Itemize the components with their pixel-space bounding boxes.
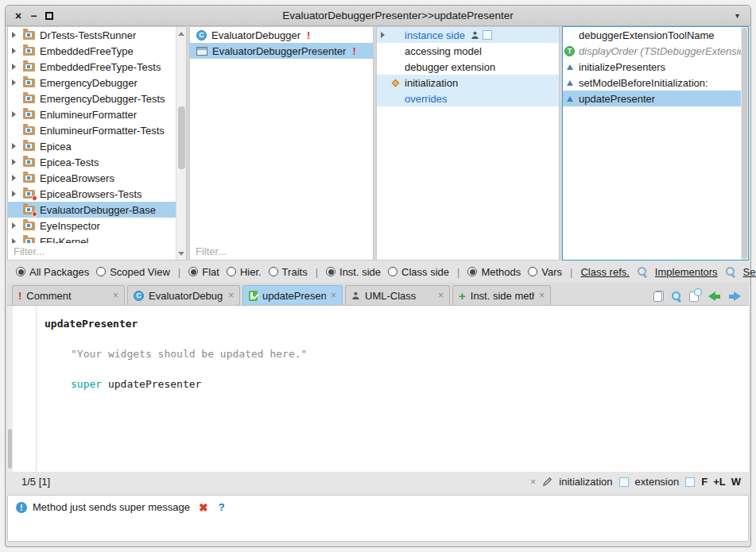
radio-hier[interactable]: Hier. — [227, 266, 262, 278]
code-editor[interactable]: updatePresenter "Your widgets should be … — [7, 305, 749, 472]
tab-method-active[interactable]: updatePresente × — [242, 285, 343, 305]
flag-f[interactable]: F — [701, 476, 708, 488]
package-row-selected[interactable]: EvaluatorDebugger-Base — [8, 202, 186, 218]
dismiss-icon[interactable]: ✖ — [199, 501, 208, 514]
senders-link[interactable]: Senders — [743, 266, 756, 278]
tab-uml-class[interactable]: UML-Class × — [345, 285, 450, 305]
back-arrow-icon[interactable] — [708, 291, 721, 302]
tab-comment[interactable]: ! Comment × — [12, 285, 125, 305]
method-row[interactable]: T displayOrder (TStDebuggerExtension) — [563, 43, 748, 59]
quality-assistant-bar: ! Method just sends super message ✖ ? — [7, 495, 749, 542]
method-row[interactable]: setModelBeforeInitialization: — [563, 75, 748, 91]
package-row[interactable]: EmergencyDebugger — [8, 75, 186, 91]
search-icon[interactable] — [671, 291, 682, 302]
expand-arrow-icon[interactable] — [12, 48, 23, 54]
tab-toolbar — [653, 291, 744, 305]
flag-plus-l[interactable]: +L — [713, 476, 726, 488]
package-row[interactable]: EnlumineurFormatter-Tests — [8, 122, 186, 138]
expand-arrow-icon[interactable] — [12, 111, 23, 118]
protocol-row-instance-side[interactable]: instance side — [377, 27, 559, 43]
clear-icon[interactable]: × — [530, 476, 537, 488]
method-label: updatePresenter — [579, 93, 655, 105]
toolbar-separator: | — [569, 266, 573, 278]
history-icon[interactable] — [689, 291, 699, 302]
expand-arrow-icon[interactable] — [12, 64, 23, 70]
expand-arrow-icon[interactable] — [12, 79, 23, 86]
radio-flat[interactable]: Flat — [188, 266, 219, 278]
package-folder-icon — [23, 142, 35, 151]
package-row[interactable]: Epicea — [8, 138, 186, 154]
tab-class[interactable]: C EvaluatorDebug × — [127, 285, 240, 305]
scroll-up-icon[interactable] — [176, 29, 186, 38]
package-filter-input[interactable] — [8, 243, 176, 260]
minimize-button[interactable]: − — [30, 10, 37, 21]
method-scrollbar[interactable] — [741, 27, 748, 260]
class-row[interactable]: C EvaluatorDebugger ! — [190, 27, 373, 43]
flag-checkbox[interactable] — [685, 477, 695, 487]
close-button[interactable]: × — [15, 10, 21, 21]
expand-arrow-icon[interactable] — [12, 222, 23, 229]
package-row[interactable]: DrTests-TestsRunner — [8, 27, 186, 43]
package-scrollbar[interactable] — [176, 27, 186, 260]
package-row[interactable]: Epicea-Tests — [8, 154, 186, 170]
scroll-down-icon[interactable] — [176, 249, 186, 258]
radio-methods[interactable]: Methods — [467, 266, 521, 278]
package-row[interactable]: EmbeddedFreeType — [8, 43, 186, 59]
method-row[interactable]: debuggerExtensionToolName — [563, 27, 748, 43]
help-link[interactable]: ? — [219, 501, 225, 513]
expand-arrow-icon[interactable] — [12, 143, 23, 149]
package-label: Epicea — [40, 141, 72, 152]
close-icon[interactable]: × — [228, 290, 234, 301]
copy-icon[interactable] — [653, 291, 664, 302]
method-list-pane: debuggerExtensionToolName T displayOrder… — [562, 26, 749, 261]
package-row[interactable]: EyeInspector — [8, 218, 186, 234]
close-icon[interactable]: × — [438, 290, 444, 301]
class-row-selected[interactable]: EvaluatorDebuggerPresenter ! — [190, 43, 373, 59]
package-row[interactable]: EmergencyDebugger-Tests — [8, 91, 186, 106]
browser-window: × − EvaluatorDebuggerPresenter>>updatePr… — [5, 5, 751, 547]
editor-scrollbar[interactable] — [7, 306, 13, 472]
radio-vars[interactable]: Vars — [528, 266, 562, 278]
forward-arrow-icon[interactable] — [728, 291, 741, 302]
radio-icon — [528, 267, 537, 276]
package-folder-icon — [23, 79, 35, 87]
implementors-link[interactable]: Implementors — [655, 266, 718, 278]
package-row[interactable]: EnlumineurFormatter — [8, 106, 186, 122]
class-filter-input[interactable] — [190, 243, 373, 260]
protocol-row[interactable]: accessing model — [377, 43, 559, 59]
package-row[interactable]: EpiceaBrowsers — [8, 170, 186, 186]
method-row-selected[interactable]: updatePresenter — [563, 91, 748, 106]
radio-all-packages[interactable]: All Packages — [16, 266, 89, 278]
package-label: EpiceaBrowsers — [40, 172, 114, 184]
expand-arrow-icon[interactable] — [12, 159, 23, 165]
method-row[interactable]: initializePresenters — [563, 59, 748, 75]
package-row[interactable]: EmbeddedFreeType-Tests — [8, 59, 186, 75]
protocol-checkbox[interactable] — [483, 30, 492, 40]
radio-traits[interactable]: Traits — [269, 266, 308, 278]
expand-arrow-icon[interactable] — [12, 32, 23, 38]
package-row[interactable]: EpiceaBrowsers-Tests — [8, 186, 186, 202]
protocol-label: debugger extension — [405, 61, 495, 73]
protocol-row-selected[interactable]: initialization — [377, 75, 559, 91]
radio-icon — [326, 267, 335, 276]
expand-arrow-icon[interactable] — [12, 175, 23, 181]
close-icon[interactable]: × — [539, 290, 545, 301]
close-icon[interactable]: × — [331, 290, 336, 301]
expand-arrow-icon[interactable] — [12, 191, 23, 197]
flag-w[interactable]: W — [731, 476, 741, 488]
scrollbar-thumb[interactable] — [178, 106, 185, 169]
edit-pencil-icon[interactable] — [542, 477, 552, 487]
protocol-row-overrides[interactable]: overrides — [377, 91, 559, 106]
expand-arrow-icon[interactable] — [381, 32, 392, 38]
radio-class-side[interactable]: Class side — [388, 266, 449, 278]
protocol-row[interactable]: debugger extension — [377, 59, 559, 75]
tab-new-methods[interactable]: + Inst. side methc × — [452, 285, 551, 305]
method-source[interactable]: updatePresenter "Your widgets should be … — [45, 316, 746, 392]
window-menu-arrow-icon[interactable]: ▾ — [719, 11, 750, 20]
extension-checkbox[interactable] — [619, 477, 629, 487]
radio-inst-side[interactable]: Inst. side — [326, 266, 381, 278]
maximize-button[interactable] — [45, 12, 53, 20]
radio-scoped-view[interactable]: Scoped View — [96, 266, 170, 278]
close-icon[interactable]: × — [113, 290, 118, 301]
class-refs-link[interactable]: Class refs. — [580, 266, 629, 278]
